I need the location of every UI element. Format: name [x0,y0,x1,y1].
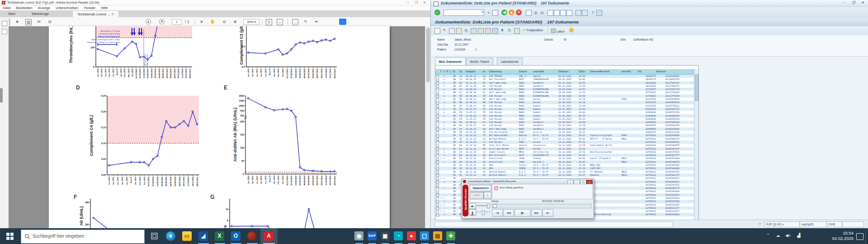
taskbar-search[interactable]: Suchbegriff hier eingeben [21,230,145,244]
lock-icon[interactable] [456,28,462,34]
table-row[interactable]: +ARKA22.02.23KAAiD RezeptRHEUkanddoro22.… [435,124,696,127]
clipboard-icon[interactable] [485,28,491,34]
app-blue-icon[interactable]: ◢ [195,228,212,244]
list-icon[interactable] [514,28,520,34]
table-row[interactable]: ARKA11.11.22MEStat.Vinc-RheumInnereVince… [435,144,696,147]
tempo-person-icon[interactable] [469,209,476,216]
table-row[interactable]: ARSA10.11.22SAEKGXDEMOIS-H / IS-H*10.11.… [435,167,696,170]
taskbar-app-5-icon[interactable]: ● [405,228,418,244]
table-row[interactable]: ++ARPI10.11.22PIKonsiliarb.CKONPianka10.… [435,157,696,160]
save-icon[interactable] [492,10,498,16]
layout-icon[interactable] [596,10,602,16]
tab-laborbefunde[interactable]: Laborbefunde [497,57,523,66]
position-thumb[interactable] [493,204,497,208]
taskbar-app-4-icon[interactable]: ◔ [392,228,405,244]
panel-handle[interactable] [0,88,3,103]
table-header-row[interactable]: TVBLStGeAnlegeDaAnDokumenttypDokumeveran… [435,69,696,75]
pencil-icon[interactable]: ✎ [303,19,308,24]
zoom-out-icon[interactable]: ⊖ [222,19,227,24]
table-row[interactable]: +ARFR18.04.24FRAiD RezeptRHEUECKARDTALEN… [435,94,696,98]
next-page-icon[interactable] [560,10,566,16]
task-view-button[interactable] [146,228,163,244]
tray-chevron-icon[interactable]: ⌃ [765,233,771,239]
print-icon[interactable] [526,10,532,16]
filter-icon[interactable]: ▼ [500,28,505,33]
table-row[interactable]: +ARKV10.11.22KANot-ProtokollNOTFHUSEJNOV… [435,154,696,157]
start-button[interactable] [0,228,21,244]
position-slider[interactable] [492,204,591,208]
taskbar-app-2-icon[interactable]: SAP [366,228,379,244]
lamp-icon[interactable] [569,28,574,33]
table-row[interactable]: +ARKA22.02.23KAAbrf-amb-endgRHEUkanddoro… [435,127,696,131]
tempo-thumb[interactable] [482,211,485,215]
table-row[interactable]: +ARSE14.11.22SCAiD RezeptRHEUmerwol14.11… [435,141,696,144]
labor-button[interactable]: Labor [551,28,565,33]
app-maroon-icon[interactable] [244,228,260,244]
show-desktop-button[interactable] [865,228,868,244]
comment-icon[interactable]: … [292,19,298,25]
tab-bezeb-patient[interactable]: BezEb. Patient [466,57,493,66]
maximize-button[interactable]: ❐ [412,0,420,5]
forward-button[interactable]: ▶▶ [531,209,542,217]
table-row[interactable]: +AREC18.04.24ECAbrf-amb-endgRHEUECKARDTA… [435,91,696,94]
bookmarks-icon[interactable] [2,29,7,34]
person-icon[interactable] [492,28,498,34]
play-button[interactable]: ▶ [514,209,531,217]
table-row[interactable]: ARSA10.11.22SABefund Radiol.D.& I.IS-H /… [435,170,696,174]
table-row[interactable]: ARSA01.12.22TABef.Nuklearmed.NukleaIS-H … [435,134,696,137]
tab-werkzeuge[interactable]: Werkzeuge [27,10,53,17]
edit-icon[interactable]: ✎ [442,28,447,33]
taskbar-app-3-icon[interactable]: ▣ [379,228,392,244]
first-page-icon[interactable] [547,10,553,16]
prev-page-icon[interactable] [554,10,560,16]
table-row[interactable]: ++ARME22.08.23MEAbrf-amb-endgRHEUmerwol2… [435,98,696,101]
tray-speaker-icon[interactable]: ◀» [785,233,791,239]
table-scrollbar[interactable] [694,69,698,220]
thumbnails-icon[interactable] [2,21,7,26]
highlighter-icon[interactable]: ✒ [314,19,319,24]
menu-bearbeiten[interactable]: Bearbeiten [14,5,35,10]
hand-tool-icon[interactable]: ✋ [210,19,215,24]
menu-anzeige[interactable]: Anzeige [35,5,53,10]
collapse-icon[interactable]: « [486,10,491,15]
table-row[interactable]: +ARKA19.04.23KAAiD RezeptRHEUkanddoro19.… [435,121,696,124]
table-row[interactable]: +ARME22.08.23MEAiD RezeptRHEUmerwol22.08… [435,101,696,104]
star-icon[interactable]: ★ [14,19,20,24]
rec-options-button[interactable]: ⊻ [484,192,491,199]
mail-icon[interactable]: ✉ [36,19,42,24]
search-icon[interactable]: ⊖ [47,19,52,24]
table-row[interactable]: +ARCH10.11.22CHepaAC EinzelMKGSChristen-… [435,150,696,154]
volume-slider[interactable] [476,205,490,206]
zoom-in-icon[interactable]: ⊕ [232,19,238,24]
outlook-icon[interactable]: O [228,228,244,244]
edge-icon[interactable]: e [163,228,179,244]
table-row[interactable]: ARFR31.05.23FRAiD RezeptRHEUhubmel31.05.… [435,117,696,121]
table-row[interactable]: +ARHU11.08.23HUAiD RezeptRHEUhubmel11.08… [435,104,696,108]
page-number-field[interactable]: 1 [172,19,182,25]
excel-icon[interactable]: X [212,228,228,244]
action-center-icon[interactable] [856,233,863,240]
print-icon[interactable]: ▤ [25,19,32,25]
table-row[interactable]: +ARFR31.05.23FRAiD RezeptRHEUhubmel31.05… [435,111,696,114]
recorder-minimize-button[interactable]: ─ [574,180,580,184]
acrobat-taskbar-icon[interactable]: A [260,228,278,244]
insert-mode-field[interactable]: OVR [827,221,842,227]
page-down-icon[interactable]: ▼ [159,19,165,24]
file-explorer-icon[interactable]: ▭ [179,228,195,244]
grid-icon[interactable] [471,28,476,34]
tab-start[interactable]: Start [4,10,20,17]
page-up-icon[interactable]: ▲ [146,19,151,24]
recorder-close-button[interactable]: ✕ [586,180,593,184]
rec-button[interactable]: ● REC [470,192,484,199]
last-page-icon[interactable] [566,10,572,16]
status-expand-icon[interactable]: » [759,222,761,225]
skip-start-button[interactable]: |◀ [492,209,503,217]
tab-document[interactable]: Teclistamab Lorenz ... ✕ [72,10,119,18]
sap-maximize-button[interactable]: ❐ [849,0,858,5]
recorder-restore-button[interactable]: ❐ [580,180,586,184]
taskbar-clock[interactable]: 15:54 04.02.2025 [823,230,854,241]
table-row[interactable]: ARSA10.11.22SABefund Radiol.D.& I.IS-H /… [435,174,696,177]
find-next-icon[interactable]: ◎ [539,10,545,15]
tab-med-dokumente[interactable]: Med. Dokumente [435,57,466,66]
select-tool-icon[interactable]: ➤ [199,19,204,24]
